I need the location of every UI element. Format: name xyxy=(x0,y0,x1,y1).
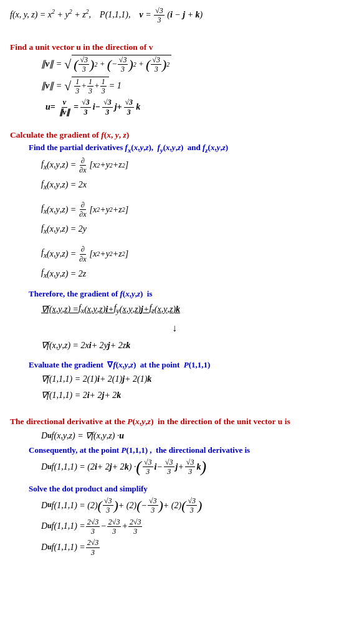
dir-deriv-formula: Duf(x,y,z) = ∇f(x,y,z) · u xyxy=(41,429,329,443)
fz-eq1: fx(x,y,z) = ∂∂x [x2 + y2 + z2] xyxy=(41,245,329,263)
grad-def-underlined: ∇f(x,y,z) = fx(x,y,z)i + fy(x,y,z)j + fz… xyxy=(41,301,329,317)
final-result: Duf(1,1,1) = 2√33 xyxy=(41,538,329,557)
fx-eq2: fx(x,y,z) = 2x xyxy=(41,178,329,193)
fx-eq1: fx(x,y,z) = ∂∂x [x2 + y2 + z2] xyxy=(41,156,329,175)
norm-calc2: ‖v‖ = √ 13 + 13 + 13 = 1 xyxy=(41,77,329,96)
grad-result: ∇f(x,y,z) = 2xi + 2yj + 2zk xyxy=(41,339,329,353)
section1-title: Find a unit vector u in the direction of… xyxy=(10,42,329,52)
top-definition: f(x, y, z) = x2 + y2 + z2, P(1,1,1), v =… xyxy=(10,6,329,25)
dot-product-eq: Duf(1,1,1) = (2i + 2j + 2k) · ( √33i − √… xyxy=(41,458,329,476)
solve-title: Solve the dot product and simplify xyxy=(29,484,329,494)
eval-eq2: ∇f(1,1,1) = 2i + 2j + 2k xyxy=(41,389,329,402)
eval-eq1: ∇f(1,1,1) = 2(1)i + 2(1)j + 2(1)k xyxy=(41,372,329,386)
section3-title: The directional derivative at the P(x,y,… xyxy=(10,417,329,427)
solve-eq: Duf(1,1,1) = (2)(√33) + (2)(−√33) + (2)(… xyxy=(41,496,329,515)
fz-eq2: fx(x,y,z) = 2z xyxy=(41,266,329,282)
fy-eq1: fx(x,y,z) = ∂∂x [x2 + y2 + z2] xyxy=(41,201,329,219)
arrow-down: ↓ xyxy=(172,320,329,336)
unit-vector-u: u = v‖v‖ = √33i − √33j + √33k xyxy=(41,98,329,116)
consequently-text: Consequently, at the point P(1,1,1) , th… xyxy=(29,445,329,455)
fy-eq2: fx(x,y,z) = 2y xyxy=(41,222,329,237)
evaluate-title: Evaluate the gradient ∇f(x,y,z) at the p… xyxy=(29,360,329,370)
norm-calc1: ‖v‖ = √ ( √33 )2 + ( −√33 )2 + ( √33 )2 xyxy=(41,55,329,74)
simplify-eq: Duf(1,1,1) = 2√33 − 2√33 + 2√33 xyxy=(41,518,329,536)
subsection-partial: Find the partial derivatives fx(x,y,z), … xyxy=(29,143,329,154)
therefore-text: Therefore, the gradient of f(x,y,z) is xyxy=(29,289,329,299)
section2-title: Calculate the gradient of f(x, y, z) xyxy=(10,130,329,140)
